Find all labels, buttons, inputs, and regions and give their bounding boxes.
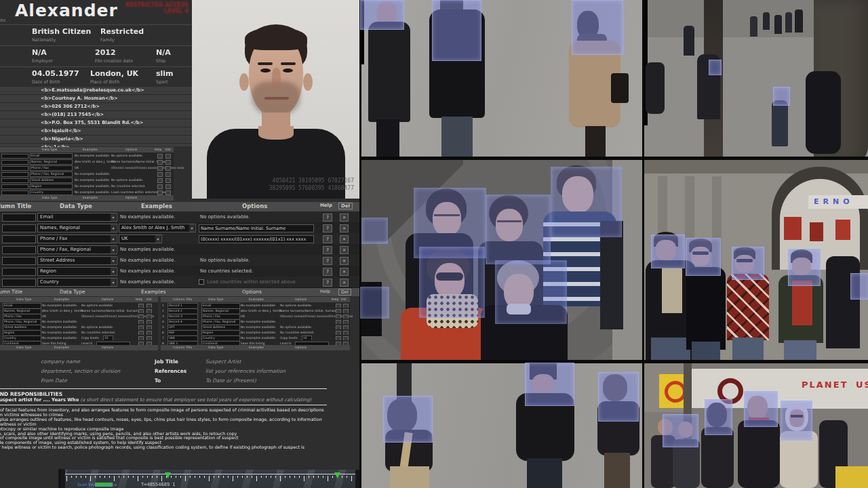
col-header-column-title: Column Title [173,298,192,301]
data-type-value: Phone / Fax, Regional [40,246,91,253]
column-title-input[interactable] [2,257,36,265]
examples-select[interactable]: UK▾ [119,235,162,243]
timeline-readout: T=48554689 1 [141,482,176,487]
mini-table-top: EmailNo examples available.No options av… [0,152,174,195]
row-number: 1 [162,304,164,307]
coat-skirt [390,466,429,488]
mini-table-left-header: Data Type Examples Options Help Del [0,297,158,302]
help-button[interactable]: ? [323,257,332,265]
pedestrian-silhouette [646,62,665,114]
timeline-marker[interactable] [334,472,340,479]
help-button[interactable] [157,172,163,177]
delete-button[interactable] [165,172,171,177]
delete-button[interactable] [165,190,171,195]
column-title-input[interactable] [1,160,28,165]
responsibilities-intro-bold: Suspect artist for .... Years Who [0,397,79,403]
pedestrian-silhouette [806,71,841,154]
help-button[interactable] [157,184,163,189]
data-type-select[interactable]: Region [30,184,73,189]
data-type-select[interactable]: Phone / Fax, Regional [30,171,73,177]
delete-button[interactable]: ✕ [340,268,349,276]
delete-button[interactable] [165,166,171,171]
delete-button[interactable] [165,160,171,165]
column-title-input[interactable] [2,246,36,254]
help-button[interactable] [157,166,163,171]
delete-button[interactable] [165,154,171,159]
examples-select[interactable]: Alex Smith or Alex J. Smith▾ [119,224,196,232]
help-button[interactable]: ? [323,235,332,243]
data-type-select[interactable]: Region▾ [37,267,117,276]
timeline-tick [185,476,186,481]
camera-feed-5[interactable] [361,363,642,488]
data-type-select[interactable]: Email▾ [37,213,117,222]
field-value: Restricted [100,27,144,36]
delete-button[interactable]: ✕ [340,214,349,222]
delete-button[interactable]: ✕ [340,279,349,287]
delete-button[interactable] [165,178,171,183]
options-input[interactable]: (0(xxxx) xxxxx/(01xxx) xxxxxx/(01x1) xxx… [199,235,314,243]
pedestrian-face [656,240,676,260]
data-type-select[interactable]: Country▾ [37,278,117,287]
column-title-input[interactable] [2,235,36,243]
column-title-input[interactable] [1,166,28,171]
column-title-input[interactable] [1,184,28,189]
jeans [784,340,816,360]
column-title-input[interactable] [1,190,28,195]
data-type-select[interactable]: Phone / Fax▾ [37,235,117,243]
delete-button[interactable] [165,184,171,189]
options-input[interactable]: Name Surname/Name Initial. Surname [199,224,314,232]
data-type-select[interactable]: Names, Regional▾ [37,224,117,232]
help-button[interactable] [157,154,163,159]
col-header-del: Del [165,148,170,151]
data-type-select[interactable]: Names, Regional [30,159,73,165]
photo-id-numbers: 4050421 38195095 67027167 38295095 57600… [269,177,354,192]
timeline-tick [76,476,77,478]
help-button[interactable] [157,160,163,165]
column-title-input[interactable] [1,178,28,183]
timeline-tick [142,476,143,478]
responsibilities-intro-note: (a short direct statement to ensure that… [81,397,312,403]
column-title-input[interactable] [2,224,36,232]
camera-feed-2[interactable] [644,0,868,157]
data-type-select[interactable]: Street Address▾ [37,256,117,265]
field-value: London, UK [90,69,138,78]
help-button[interactable]: ? [323,246,332,254]
timeline-tick [85,476,86,478]
help-button[interactable]: ? [323,268,332,276]
checkbox-icon[interactable] [199,279,204,285]
camera-feed-1[interactable] [361,0,642,157]
data-type-select[interactable]: Phone / Fax, Regional▾ [37,245,117,254]
timeline-scrubber[interactable]: Scan Web Interface T=48554689 1 [61,470,359,488]
suspect-profile-panel: Alexander ov RESTRICTED ACCESS LEVEL 4 ✕… [0,0,359,488]
help-button[interactable]: ? [323,279,332,287]
column-title-input[interactable] [1,172,28,177]
from-date-label: From Date [41,376,120,386]
pedestrian-face [792,258,811,275]
chevron-down-icon: ▾ [155,235,161,243]
delete-button[interactable]: ✕ [340,235,349,243]
help-button[interactable]: ? [323,224,332,232]
help-button[interactable] [157,190,163,195]
examples-text: No examples available. [241,304,276,307]
camera-feed-6[interactable]: PLANET US [644,363,868,488]
pedestrian-silhouette [772,100,788,146]
column-title-input[interactable] [2,214,36,222]
data-type-select[interactable]: Phone / Fax [30,165,73,171]
delete-button[interactable]: ✕ [340,224,349,232]
data-type-select[interactable]: Email [30,153,73,159]
data-type-select[interactable]: Street Address [30,178,73,183]
column-title-input[interactable] [2,279,36,287]
delete-button[interactable]: ✕ [340,246,349,254]
help-button[interactable] [157,178,163,183]
timeline-tick [332,476,333,478]
data-type-select[interactable]: Country [30,190,73,195]
col-header-del: Del [338,289,351,296]
camera-feed-3[interactable] [361,160,642,360]
delete-button[interactable]: ✕ [340,257,349,265]
column-title-input[interactable] [2,268,36,276]
help-button[interactable]: ? [323,214,332,222]
camera-feed-4[interactable]: ERNO [644,160,868,360]
data-type-value: Names, Regional [40,224,80,232]
column-title-input[interactable] [1,154,28,159]
hoodie [738,420,780,488]
